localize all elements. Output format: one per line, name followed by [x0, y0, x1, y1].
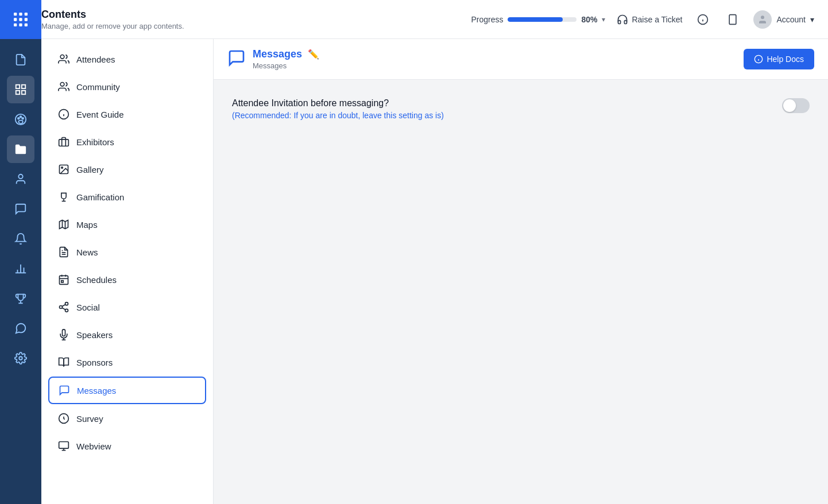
mobile-preview-button[interactable]	[723, 10, 742, 29]
mobile-icon	[727, 14, 738, 25]
svg-rect-6	[14, 23, 17, 26]
sponsors-label: Sponsors	[76, 358, 113, 367]
svg-point-20	[18, 118, 20, 119]
schedules-icon	[58, 274, 69, 285]
webview-label: Webview	[76, 441, 111, 451]
trophy-icon	[14, 292, 27, 305]
settings-gear-icon	[14, 352, 27, 365]
svg-rect-16	[22, 85, 25, 88]
svg-point-50	[60, 306, 63, 309]
svg-rect-4	[19, 18, 22, 21]
messages-bubble-icon	[14, 322, 27, 335]
raise-ticket-button[interactable]: Raise a Ticket	[617, 14, 682, 25]
svg-point-30	[60, 55, 64, 59]
svg-point-49	[65, 303, 68, 305]
sidebar-icon-chat[interactable]	[7, 195, 34, 223]
progress-bar-fill	[508, 17, 563, 22]
sidebar-item-community[interactable]: Community	[48, 73, 206, 100]
grid-icon	[14, 83, 27, 96]
sidebar-item-speakers[interactable]: Speakers	[48, 321, 206, 348]
community-icon	[58, 81, 69, 92]
sidebar-icon-folder[interactable]	[7, 135, 34, 163]
sidebar-item-gallery[interactable]: Gallery	[48, 156, 206, 183]
messages-header-icon	[227, 49, 246, 69]
sidebar-item-exhibitors[interactable]: Exhibitors	[48, 129, 206, 155]
sidebar-item-survey[interactable]: Survey	[48, 405, 206, 432]
social-icon	[58, 301, 69, 313]
svg-point-31	[60, 83, 64, 87]
svg-rect-5	[25, 18, 28, 21]
sidebar-item-attendees[interactable]: Attendees	[48, 46, 206, 72]
document-icon	[14, 53, 27, 66]
sidebar-item-webview[interactable]: Webview	[48, 433, 206, 459]
webview-icon	[58, 440, 69, 452]
social-label: Social	[76, 303, 100, 312]
avatar-icon	[757, 14, 768, 25]
header-right: Progress 80% ▾ Raise a Ticket	[471, 10, 814, 29]
sidebar-icon-messages[interactable]	[7, 315, 34, 342]
invitation-toggle[interactable]	[782, 98, 810, 113]
gallery-label: Gallery	[76, 165, 104, 175]
messages-icon-active	[59, 385, 70, 396]
chat-square-icon	[14, 203, 27, 215]
sidebar-item-maps[interactable]: Maps	[48, 211, 206, 238]
sidebar-icon-person[interactable]	[7, 165, 34, 193]
sidebar-icon-document[interactable]	[7, 46, 34, 73]
svg-point-37	[61, 167, 63, 169]
info-button[interactable]	[694, 10, 712, 29]
svg-rect-12	[730, 14, 737, 24]
sidebar-icon-palette[interactable]	[7, 106, 34, 133]
sidebar-item-news[interactable]: News	[48, 239, 206, 265]
account-button[interactable]: Account ▾	[753, 10, 814, 29]
speakers-icon	[58, 329, 69, 340]
sidebar-item-messages[interactable]: Messages	[48, 377, 206, 404]
event-guide-label: Event Guide	[76, 110, 124, 119]
logo-icon	[11, 10, 30, 29]
app-header: Contents Manage, add or remove your app …	[0, 0, 828, 39]
info-help-icon	[754, 55, 763, 64]
content-title-area: Messages ✏️ Messages	[253, 48, 319, 70]
info-icon	[697, 14, 709, 25]
svg-line-52	[62, 308, 65, 309]
survey-label: Survey	[76, 414, 103, 424]
sidebar-item-schedules[interactable]: Schedules	[48, 266, 206, 293]
main-content: Messages ✏️ Messages Help Docs Atten	[214, 39, 828, 504]
sidebar-item-sponsors[interactable]: Sponsors	[48, 349, 206, 375]
sidebar-item-gamification[interactable]: Gamification	[48, 184, 206, 210]
svg-point-22	[22, 118, 24, 119]
edit-icon[interactable]: ✏️	[308, 49, 319, 60]
svg-point-21	[20, 116, 22, 118]
svg-point-51	[65, 309, 68, 312]
invitation-setting-row: Attendee Invitation before messaging? (R…	[232, 98, 810, 120]
sidebar-icon-trophy[interactable]	[7, 285, 34, 312]
sidebar-item-event-guide[interactable]: Event Guide	[48, 101, 206, 127]
svg-line-53	[62, 304, 65, 306]
toggle-knob	[783, 99, 796, 112]
svg-point-14	[761, 15, 764, 19]
contents-sidebar: Attendees Community Event Guide Exhibito…	[41, 39, 214, 504]
setting-label: Attendee Invitation before messaging?	[232, 98, 444, 108]
sponsors-icon	[58, 356, 69, 368]
svg-rect-18	[16, 91, 20, 94]
content-header-left: Messages ✏️ Messages	[227, 48, 319, 70]
body-layout: Attendees Community Event Guide Exhibito…	[0, 39, 828, 504]
messages-label: Messages	[77, 386, 116, 396]
svg-rect-8	[25, 23, 28, 26]
sidebar-icon-grid[interactable]	[7, 76, 34, 103]
folder-icon	[14, 143, 27, 156]
help-docs-button[interactable]: Help Docs	[744, 49, 814, 69]
sidebar-icon-chart[interactable]	[7, 255, 34, 282]
raise-ticket-label: Raise a Ticket	[632, 15, 682, 24]
maps-label: Maps	[76, 220, 98, 230]
sidebar-icon-bell[interactable]	[7, 225, 34, 253]
messages-bubble-header-icon	[227, 49, 246, 67]
sidebar-icon-settings[interactable]	[7, 344, 34, 372]
svg-rect-3	[14, 18, 17, 21]
main-panel: Attendee Invitation before messaging? (R…	[214, 80, 828, 504]
sidebar-item-social[interactable]: Social	[48, 294, 206, 320]
svg-rect-57	[59, 442, 69, 449]
icon-sidebar	[0, 39, 41, 504]
progress-chevron-icon[interactable]: ▾	[602, 15, 605, 24]
svg-marker-39	[60, 220, 68, 229]
schedules-label: Schedules	[76, 275, 117, 285]
